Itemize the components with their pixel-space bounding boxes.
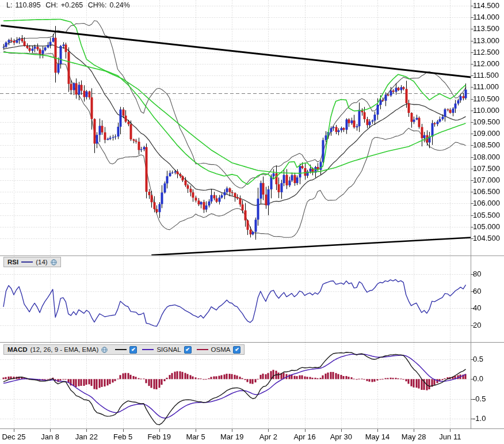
date-axis-label: Feb 5 [106,432,140,441]
macd-indicator-header[interactable]: MACD (12, 26, 9 - EMA, EMA) ✔ SIGNAL ✔ O… [3,344,245,355]
rsi-axis-label: 40 [473,303,481,312]
rsi-title: RSI [7,259,18,265]
date-axis-label: Apr 2 [251,432,285,441]
osma-line-swatch [197,349,208,350]
last-price-value: 110.895 [15,1,40,9]
price-axis-label: 113.000 [473,36,499,45]
rsi-indicator-header[interactable]: RSI (14) [3,257,61,267]
price-axis-label: 109.000 [473,129,500,138]
chart-canvas[interactable] [0,0,504,444]
last-price-label: L: [6,1,12,9]
date-axis-label: Mar 5 [178,432,213,441]
price-axis-label: 112.500 [473,48,499,56]
trading-chart-window: L:110.895 CH:+0.265 CH%:0.24% RSI (14) M… [0,0,504,444]
date-axis-label: Apr 30 [324,432,358,441]
rsi-params: (14) [36,259,47,265]
price-axis-label: 106.500 [473,187,500,196]
date-axis-label: Feb 19 [142,432,177,441]
macd-axis-label: 0.5 [473,355,483,363]
date-axis-label: Dec 25 [0,432,31,441]
price-axis-label: 104.500 [473,234,500,242]
price-axis-label: 107.500 [473,164,500,173]
osma-label: OSMA [211,346,231,353]
change-value: +0.265 [61,1,83,9]
change-label: CH: [45,1,58,9]
osma-checkbox[interactable]: ✔ [233,346,240,354]
date-axis-label: Jan 8 [33,432,67,441]
macd-line-checkbox[interactable]: ✔ [129,346,137,354]
price-axis-label: 110.500 [473,94,499,103]
date-axis-label: May 14 [360,432,395,441]
signal-label: SIGNAL [156,346,181,353]
date-axis-label: Jun 11 [433,432,467,441]
macd-title: MACD [7,346,28,353]
price-axis-label: 106.000 [473,199,500,207]
change-pct-value: 0.24% [109,1,129,9]
date-axis-label: May 28 [396,432,431,441]
price-axis-label: 108.000 [473,153,500,161]
change-pct-label: CH%: [88,1,107,9]
rsi-line-swatch [21,261,33,263]
macd-settings-globe-icon[interactable] [101,347,108,353]
price-axis-label: 105.500 [473,211,500,219]
price-axis-label: 108.500 [473,141,500,149]
price-axis-label: 114.500 [473,1,499,10]
date-axis-label: Mar 19 [215,432,249,441]
date-axis-label: Apr 16 [288,432,322,441]
price-axis-label: 112.000 [473,59,499,68]
signal-checkbox[interactable]: ✔ [184,346,192,354]
price-axis-label: 107.000 [473,176,500,184]
quote-summary: L:110.895 CH:+0.265 CH%:0.24% [6,1,133,9]
price-axis-label: 111.500 [473,71,499,79]
rsi-settings-globe-icon[interactable] [51,259,57,265]
date-axis-label: Jan 22 [69,432,104,441]
price-axis-label: 110.000 [473,106,499,115]
price-axis-label: 114.000 [473,13,499,21]
price-axis-label: 111.000 [473,82,499,91]
macd-axis-label: -1.0 [473,414,486,423]
macd-params: (12, 26, 9 - EMA, EMA) [30,346,99,353]
signal-line-swatch [142,349,154,350]
price-axis-label: 109.500 [473,117,500,126]
macd-line-swatch [115,349,127,350]
price-axis-label: 113.500 [473,24,499,33]
rsi-axis-label: 60 [473,287,481,295]
price-axis-label: 105.000 [473,222,500,231]
macd-axis-label: 0.0 [473,374,483,383]
macd-axis-label: -0.5 [473,394,486,403]
rsi-axis-label: 20 [473,321,481,329]
rsi-axis-label: 80 [473,270,481,278]
